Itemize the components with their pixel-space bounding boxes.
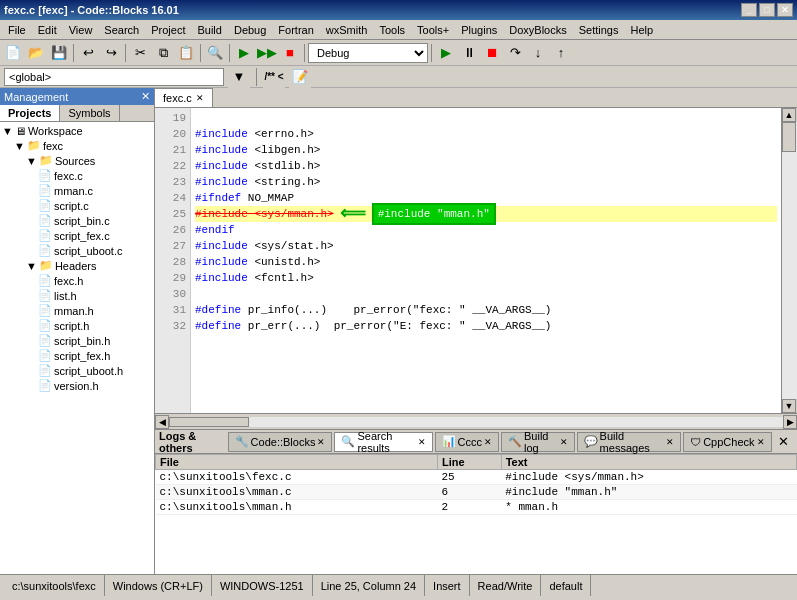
javadoc-button[interactable]: /** < bbox=[263, 66, 285, 88]
menu-tools-plus[interactable]: Tools+ bbox=[411, 22, 455, 38]
find-button[interactable]: 🔍 bbox=[204, 42, 226, 64]
hscroll-track bbox=[169, 417, 783, 427]
close-button[interactable]: ✕ bbox=[777, 3, 793, 17]
new-file-button[interactable]: 📄 bbox=[2, 42, 24, 64]
menu-settings[interactable]: Settings bbox=[573, 22, 625, 38]
go-button[interactable]: ▼ bbox=[228, 66, 250, 88]
editor-scrollbar-h[interactable]: ◀ ▶ bbox=[155, 413, 797, 429]
tab-search-results-close[interactable]: ✕ bbox=[418, 437, 426, 447]
file-script-h[interactable]: 📄 script.h bbox=[2, 318, 152, 333]
editor-tab-close-button[interactable]: ✕ bbox=[196, 93, 204, 103]
menu-view[interactable]: View bbox=[63, 22, 99, 38]
step-out-button[interactable]: ↑ bbox=[550, 42, 572, 64]
debug-run-button[interactable]: ▶ bbox=[435, 42, 457, 64]
tab-cccc[interactable]: 📊 Cccc ✕ bbox=[435, 432, 499, 452]
file-script-fex-c[interactable]: 📄 script_fex.c bbox=[2, 228, 152, 243]
doc-button[interactable]: 📝 bbox=[289, 66, 311, 88]
menu-build[interactable]: Build bbox=[191, 22, 227, 38]
scroll-right-button[interactable]: ▶ bbox=[783, 415, 797, 429]
scroll-left-button[interactable]: ◀ bbox=[155, 415, 169, 429]
fexc-c-label: fexc.c bbox=[54, 170, 83, 182]
workspace-item[interactable]: ▼ 🖥 Workspace bbox=[2, 124, 152, 138]
tab-projects[interactable]: Projects bbox=[0, 105, 60, 121]
headers-folder-label: Headers bbox=[55, 260, 97, 272]
copy-button[interactable]: ⧉ bbox=[152, 42, 174, 64]
tab-build-messages-close[interactable]: ✕ bbox=[666, 437, 674, 447]
file-script-bin-c[interactable]: 📄 script_bin.c bbox=[2, 213, 152, 228]
status-line-ending-text: Windows (CR+LF) bbox=[113, 580, 203, 592]
tab-search-results[interactable]: 🔍 Search results ✕ bbox=[334, 432, 432, 452]
menu-wxsmith[interactable]: wxSmith bbox=[320, 22, 374, 38]
tab-cccc-close[interactable]: ✕ bbox=[484, 437, 492, 447]
file-mman-h[interactable]: 📄 mman.h bbox=[2, 303, 152, 318]
save-button[interactable]: 💾 bbox=[48, 42, 70, 64]
menu-doxyblocks[interactable]: DoxyBlocks bbox=[503, 22, 572, 38]
file-list-h[interactable]: 📄 list.h bbox=[2, 288, 152, 303]
file-script-uboot-h[interactable]: 📄 script_uboot.h bbox=[2, 363, 152, 378]
menu-help[interactable]: Help bbox=[624, 22, 659, 38]
open-file-button[interactable]: 📂 bbox=[25, 42, 47, 64]
undo-button[interactable]: ↩ bbox=[77, 42, 99, 64]
file-script-fex-h[interactable]: 📄 script_fex.h bbox=[2, 348, 152, 363]
tab-build-messages[interactable]: 💬 Build messages ✕ bbox=[577, 432, 682, 452]
code-content[interactable]: #include <errno.h> #include <libgen.h> #… bbox=[191, 108, 781, 413]
tab-codeblocks-close[interactable]: ✕ bbox=[317, 437, 325, 447]
menu-project[interactable]: Project bbox=[145, 22, 191, 38]
stop-button[interactable]: ■ bbox=[279, 42, 301, 64]
scroll-up-button[interactable]: ▲ bbox=[782, 108, 796, 122]
paste-button[interactable]: 📋 bbox=[175, 42, 197, 64]
fexc-h-icon: 📄 bbox=[38, 274, 52, 287]
code-line-30 bbox=[195, 286, 777, 302]
menu-file[interactable]: File bbox=[2, 22, 32, 38]
bottom-panel-close-button[interactable]: ✕ bbox=[774, 431, 793, 453]
headers-folder-item[interactable]: ▼ 📁 Headers bbox=[2, 258, 152, 273]
debug-stop-button[interactable]: ⏹ bbox=[481, 42, 503, 64]
tab-build-log-close[interactable]: ✕ bbox=[560, 437, 568, 447]
menu-debug[interactable]: Debug bbox=[228, 22, 272, 38]
minimize-button[interactable]: _ bbox=[741, 3, 757, 17]
scroll-down-button[interactable]: ▼ bbox=[782, 399, 796, 413]
build-config-dropdown[interactable]: Debug bbox=[308, 43, 428, 63]
run-button[interactable]: ▶▶ bbox=[256, 42, 278, 64]
scroll-thumb[interactable] bbox=[782, 122, 796, 152]
build-button[interactable]: ▶ bbox=[233, 42, 255, 64]
file-fexc-h[interactable]: 📄 fexc.h bbox=[2, 273, 152, 288]
debug-pause-button[interactable]: ⏸ bbox=[458, 42, 480, 64]
menu-plugins[interactable]: Plugins bbox=[455, 22, 503, 38]
step-in-button[interactable]: ↓ bbox=[527, 42, 549, 64]
redo-button[interactable]: ↪ bbox=[100, 42, 122, 64]
hscroll-thumb[interactable] bbox=[169, 417, 249, 427]
menu-edit[interactable]: Edit bbox=[32, 22, 63, 38]
cut-button[interactable]: ✂ bbox=[129, 42, 151, 64]
result-row-1[interactable]: c:\sunxitools\fexc.c 25 #include <sys/mm… bbox=[156, 470, 797, 485]
file-script-c[interactable]: 📄 script.c bbox=[2, 198, 152, 213]
tab-build-log[interactable]: 🔨 Build log ✕ bbox=[501, 432, 575, 452]
result-row-3[interactable]: c:\sunxitools\mman.h 2 * mman.h bbox=[156, 500, 797, 515]
project-fexc-item[interactable]: ▼ 📁 fexc bbox=[2, 138, 152, 153]
step-over-button[interactable]: ↷ bbox=[504, 42, 526, 64]
file-script-bin-h[interactable]: 📄 script_bin.h bbox=[2, 333, 152, 348]
file-version-h[interactable]: 📄 version.h bbox=[2, 378, 152, 393]
file-fexc-c[interactable]: 📄 fexc.c bbox=[2, 168, 152, 183]
script-fex-c-label: script_fex.c bbox=[54, 230, 110, 242]
file-mman-c[interactable]: 📄 mman.c bbox=[2, 183, 152, 198]
sources-folder-item[interactable]: ▼ 📁 Sources bbox=[2, 153, 152, 168]
tab-cppcheck[interactable]: 🛡 CppCheck ✕ bbox=[683, 432, 771, 452]
editor-scrollbar-v[interactable]: ▲ ▼ bbox=[781, 108, 797, 413]
tab-codeblocks-label: Code::Blocks bbox=[251, 436, 316, 448]
tab-cppcheck-close[interactable]: ✕ bbox=[757, 437, 765, 447]
result-row-2[interactable]: c:\sunxitools\mman.c 6 #include "mman.h" bbox=[156, 485, 797, 500]
menu-search[interactable]: Search bbox=[98, 22, 145, 38]
editor-area: fexc.c ✕ 1920212223242526272829303132 #i… bbox=[155, 88, 797, 429]
script-fex-h-label: script_fex.h bbox=[54, 350, 110, 362]
tab-codeblocks[interactable]: 🔧 Code::Blocks ✕ bbox=[228, 432, 333, 452]
toolbar-sep5 bbox=[304, 44, 305, 62]
tab-symbols[interactable]: Symbols bbox=[60, 105, 119, 121]
editor-tab-fexc[interactable]: fexc.c ✕ bbox=[155, 88, 213, 107]
file-script-uboot-c[interactable]: 📄 script_uboot.c bbox=[2, 243, 152, 258]
menu-fortran[interactable]: Fortran bbox=[272, 22, 319, 38]
maximize-button[interactable]: □ bbox=[759, 3, 775, 17]
global-input[interactable] bbox=[4, 68, 224, 86]
menu-tools[interactable]: Tools bbox=[373, 22, 411, 38]
panel-close-button[interactable]: ✕ bbox=[141, 90, 150, 103]
